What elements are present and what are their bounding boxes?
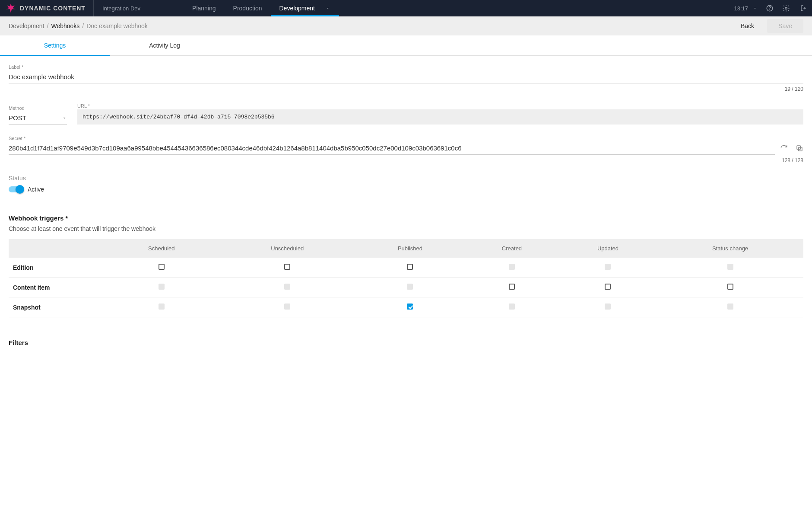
trigger-checkbox[interactable] [509, 284, 515, 290]
method-field-label: Method [9, 105, 67, 111]
status-value: Active [28, 186, 44, 193]
time-value: 13:17 [734, 5, 748, 12]
brand-text: DYNAMIC CONTENT [20, 5, 86, 12]
url-field: URL * [77, 103, 803, 125]
breadcrumb: Development / Webhooks / Doc example web… [9, 22, 148, 29]
svg-point-2 [770, 10, 770, 10]
col-updated: Updated [559, 239, 657, 258]
help-icon[interactable] [765, 4, 774, 13]
tab-development-label: Development [279, 5, 315, 12]
table-row: Snapshot [9, 297, 803, 317]
method-field: Method POST [9, 105, 67, 125]
chevron-down-icon [62, 115, 67, 121]
brand-logo: DYNAMIC CONTENT [5, 0, 94, 16]
trigger-checkbox [159, 304, 165, 310]
col-created: Created [465, 239, 559, 258]
secret-field: Secret * 128 / 128 [9, 136, 803, 163]
main-tabs: Planning Production Development [184, 0, 339, 16]
logo-icon [5, 3, 16, 14]
form-content: Label * 19 / 120 Method POST URL * Secre… [0, 56, 812, 358]
trigger-cell [355, 278, 465, 297]
trigger-cell [219, 258, 355, 278]
trigger-cell [355, 297, 465, 317]
table-row: Content item [9, 278, 803, 297]
trigger-checkbox [509, 264, 515, 270]
copy-icon[interactable] [796, 144, 803, 152]
trigger-checkbox[interactable] [407, 264, 413, 270]
label-counter: 19 / 120 [9, 86, 803, 92]
label-field-label: Label * [9, 64, 803, 70]
breadcrumb-item-development[interactable]: Development [9, 22, 44, 29]
subtab-activity-log[interactable]: Activity Log [110, 35, 219, 55]
breadcrumb-item-webhooks[interactable]: Webhooks [51, 22, 79, 29]
trigger-cell [465, 297, 559, 317]
time-display[interactable]: 13:17 [734, 5, 758, 12]
sub-tabs: Settings Activity Log [0, 35, 812, 56]
breadcrumb-bar: Development / Webhooks / Doc example web… [0, 16, 812, 35]
trigger-cell [355, 258, 465, 278]
label-input[interactable] [9, 70, 803, 83]
breadcrumb-separator: / [47, 22, 49, 29]
status-field: Status Active [9, 175, 803, 193]
filters-title: Filters [9, 339, 803, 346]
subtab-settings[interactable]: Settings [0, 35, 110, 55]
chevron-down-icon [325, 6, 330, 11]
back-button[interactable]: Back [741, 22, 754, 29]
trigger-checkbox [284, 284, 290, 290]
triggers-description: Choose at least one event that will trig… [9, 225, 803, 232]
tab-development[interactable]: Development [271, 0, 339, 16]
trigger-checkbox[interactable] [159, 264, 165, 270]
trigger-checkbox [727, 264, 733, 270]
trigger-checkbox [159, 284, 165, 290]
trigger-cell [657, 258, 803, 278]
row-label: Snapshot [9, 297, 104, 317]
col-status-change: Status change [657, 239, 803, 258]
tab-production[interactable]: Production [225, 0, 271, 16]
secret-field-label: Secret * [9, 136, 803, 141]
url-field-label: URL * [77, 103, 803, 109]
secret-counter: 128 / 128 [9, 157, 803, 163]
triggers-title: Webhook triggers * [9, 214, 803, 222]
tab-planning[interactable]: Planning [184, 0, 225, 16]
trigger-checkbox [727, 304, 733, 310]
regenerate-icon[interactable] [780, 144, 788, 152]
trigger-cell [559, 258, 657, 278]
toggle-thumb [16, 185, 24, 194]
col-published: Published [355, 239, 465, 258]
logout-icon[interactable] [798, 4, 807, 13]
chevron-down-icon [752, 6, 758, 11]
label-field: Label * 19 / 120 [9, 64, 803, 92]
trigger-cell [559, 278, 657, 297]
save-button[interactable]: Save [767, 19, 803, 33]
trigger-cell [465, 278, 559, 297]
secret-input[interactable] [9, 142, 775, 155]
top-nav: DYNAMIC CONTENT Integration Dev Planning… [0, 0, 812, 16]
trigger-checkbox [509, 304, 515, 310]
col-scheduled: Scheduled [104, 239, 219, 258]
svg-marker-0 [6, 3, 16, 13]
method-select[interactable]: POST [9, 112, 67, 125]
trigger-cell [657, 278, 803, 297]
trigger-checkbox [605, 304, 611, 310]
method-value: POST [9, 114, 26, 121]
gear-icon[interactable] [782, 4, 790, 13]
trigger-checkbox[interactable] [284, 264, 290, 270]
col-unscheduled: Unscheduled [219, 239, 355, 258]
breadcrumb-separator: / [82, 22, 84, 29]
trigger-cell [104, 258, 219, 278]
trigger-cell [219, 297, 355, 317]
trigger-checkbox[interactable] [605, 284, 611, 290]
trigger-checkbox[interactable] [727, 284, 733, 290]
status-toggle[interactable] [9, 186, 23, 192]
trigger-cell [219, 278, 355, 297]
method-url-row: Method POST URL * [9, 103, 803, 125]
triggers-table: Scheduled Unscheduled Published Created … [9, 239, 803, 317]
trigger-checkbox[interactable] [407, 304, 413, 310]
status-label: Status [9, 175, 803, 182]
table-row: Edition [9, 258, 803, 278]
org-name[interactable]: Integration Dev [94, 5, 149, 12]
trigger-checkbox [605, 264, 611, 270]
trigger-cell [657, 297, 803, 317]
url-input[interactable] [77, 109, 803, 125]
trigger-cell [559, 297, 657, 317]
